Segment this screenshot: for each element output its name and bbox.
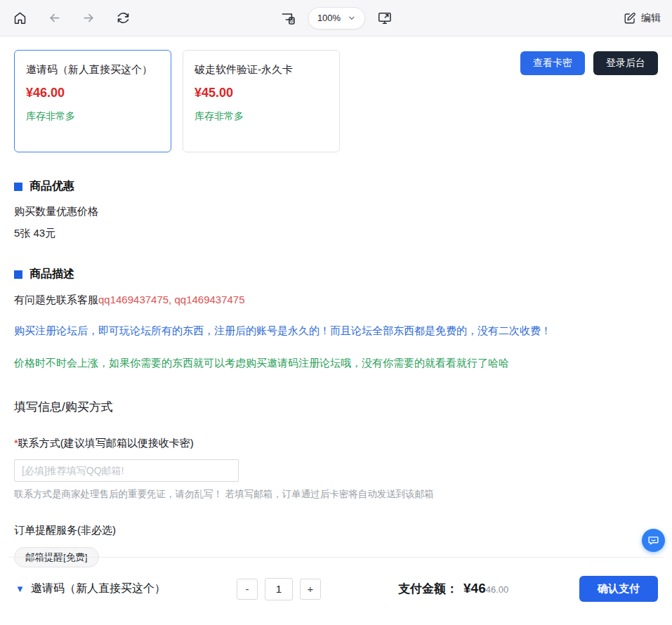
product-cards-row: 邀请码（新人直接买这个） ¥46.00 库存非常多 破走软件验证-永久卡 ¥45… (14, 50, 658, 152)
edit-button[interactable]: 编辑 (624, 12, 661, 25)
quantity-increase-button[interactable]: + (300, 579, 321, 600)
description-section-header: 商品描述 (14, 267, 658, 282)
blue-square-bullet-icon (14, 183, 22, 191)
home-icon (13, 11, 27, 25)
confirm-pay-button[interactable]: 确认支付 (579, 576, 658, 602)
toolbar-left (11, 9, 132, 27)
contact-qq-numbers: qq1469437475, qq1469437475 (98, 294, 245, 305)
back-arrow-icon (47, 11, 62, 25)
product-price: ¥45.00 (195, 86, 328, 100)
browser-toolbar: 0 100% 编辑 (0, 0, 672, 37)
product-card-software-license[interactable]: 破走软件验证-永久卡 ¥45.00 库存非常多 (183, 50, 340, 152)
description-contact-line: 有问题先联系客服qq1469437475, qq1469437475 (14, 294, 658, 307)
open-external-display-button[interactable] (375, 8, 394, 27)
customer-service-chat-button[interactable] (642, 529, 665, 552)
dropdown-triangle-icon: ▼ (15, 584, 25, 593)
contact-prefix-text: 有问题先联系客服 (14, 294, 98, 305)
reminder-service-label: 订单提醒服务(非必选) (14, 524, 658, 537)
selected-product-name: 邀请码（新人直接买这个） (31, 581, 166, 596)
product-name: 邀请码（新人直接买这个） (26, 61, 159, 79)
description-price-notice-line: 价格时不时会上涨，如果你需要的东西就可以考虑购买邀请码注册论坛哦，没有你需要的就… (14, 357, 658, 370)
page: 0 100% 编辑 邀请码（新人直接买这个） ¥46.00 库存非常多 (0, 0, 672, 625)
promo-line-quantity-discount: 购买数量优惠价格 (14, 205, 658, 218)
zoom-level-value: 100% (317, 13, 341, 23)
selected-product-dropdown[interactable]: ▼ 邀请码（新人直接买这个） (15, 581, 237, 596)
toolbar-center: 0 100% (278, 7, 394, 29)
edit-button-label: 编辑 (641, 12, 661, 25)
payment-total-decimal: 46.00 (486, 584, 509, 595)
product-price: ¥46.00 (26, 86, 159, 100)
promo-section-title: 商品优惠 (29, 179, 74, 194)
external-display-icon (376, 10, 393, 26)
chat-bubble-icon (647, 534, 659, 546)
payment-total-label: 支付金额： (398, 581, 458, 597)
form-section-heading: 填写信息/购买方式 (14, 399, 658, 415)
payment-total: 支付金额： ¥46 46.00 (398, 581, 508, 597)
view-card-secret-button[interactable]: 查看卡密 (520, 51, 585, 75)
quantity-decrease-button[interactable]: - (237, 579, 258, 600)
forward-button[interactable] (80, 9, 98, 27)
back-button[interactable] (46, 9, 63, 27)
contact-help-text: 联系方式是商家处理售后的重要凭证，请勿乱写！ 若填写邮箱，订单通过后卡密将自动发… (14, 488, 658, 501)
purchase-footer-bar: ▼ 邀请码（新人直接买这个） - + 支付金额： ¥46 46.00 确认支付 (8, 557, 664, 602)
description-forum-benefit-line: 购买注册论坛后，即可玩论坛所有的东西，注册后的账号是永久的！而且论坛全部东西都是… (14, 324, 658, 338)
home-button[interactable] (11, 9, 29, 27)
zoom-level-dropdown[interactable]: 100% (308, 7, 365, 29)
edit-pencil-icon (624, 12, 636, 25)
product-name: 破走软件验证-永久卡 (195, 61, 328, 79)
contact-input[interactable] (14, 459, 239, 482)
description-section-title: 商品描述 (29, 267, 74, 282)
chevron-down-icon (348, 14, 355, 22)
main-content: 邀请码（新人直接买这个） ¥46.00 库存非常多 破走软件验证-永久卡 ¥45… (0, 50, 672, 567)
refresh-button[interactable] (114, 9, 132, 27)
forward-arrow-icon (81, 11, 96, 25)
product-card-invite-code[interactable]: 邀请码（新人直接买这个） ¥46.00 库存非常多 (14, 50, 171, 152)
contact-field-label: *联系方式(建议填写邮箱以便接收卡密) (14, 437, 658, 450)
devices-count-icon: 0 (279, 10, 296, 27)
login-admin-button[interactable]: 登录后台 (593, 51, 658, 75)
quantity-input[interactable] (265, 578, 293, 600)
payment-total-amount: ¥46 (463, 581, 486, 596)
device-emulation-button[interactable]: 0 (278, 8, 298, 28)
product-stock: 库存非常多 (195, 110, 328, 123)
promo-line-bulk-price: 5张 43元 (14, 227, 658, 240)
blue-square-bullet-icon (14, 270, 22, 279)
refresh-icon (116, 11, 131, 25)
promo-section-header: 商品优惠 (14, 179, 658, 194)
svg-text:0: 0 (290, 17, 294, 24)
top-action-buttons: 查看卡密 登录后台 (520, 51, 658, 75)
contact-field-label-text: 联系方式(建议填写邮箱以便接收卡密) (18, 437, 194, 449)
product-stock: 库存非常多 (26, 110, 159, 123)
quantity-stepper: - + (237, 578, 321, 600)
